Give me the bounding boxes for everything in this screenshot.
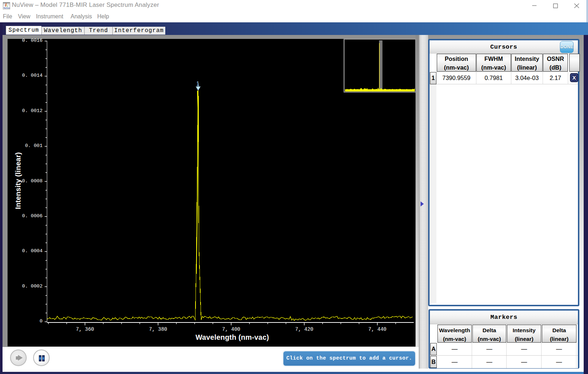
svg-text:1: 1 [196,81,199,87]
